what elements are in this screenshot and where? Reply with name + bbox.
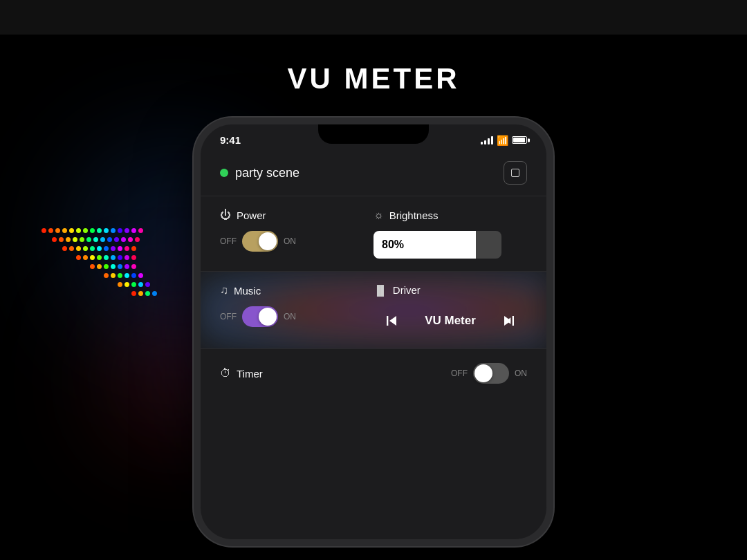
timer-on-label: ON [515, 368, 527, 378]
brightness-label: ☼ Brightness [374, 209, 527, 221]
scene-header: party scene [201, 150, 546, 196]
brightness-half: ☼ Brightness 80% [374, 209, 527, 259]
driver-name: VU Meter [407, 314, 494, 328]
scene-active-dot [220, 169, 228, 177]
music-icon: ♫ [220, 284, 228, 297]
music-driver-section: ♫ Music OFF ON [201, 272, 546, 349]
timer-section: ⏱ Timer OFF ON [201, 349, 546, 398]
driver-next-button[interactable] [494, 306, 524, 336]
timer-toggle-row: OFF ON [451, 363, 527, 384]
top-bar [0, 0, 747, 35]
phone-wrapper: 9:41 📶 party scene [194, 118, 553, 546]
music-toggle[interactable] [242, 306, 278, 327]
music-toggle-row: OFF ON [220, 306, 374, 327]
driver-prev-button[interactable] [376, 306, 407, 336]
power-brightness-section: ⏻ Power OFF ON ☼ Brightness [201, 196, 546, 272]
battery-icon [512, 136, 527, 144]
section-row: ⏻ Power OFF ON ☼ Brightness [220, 209, 527, 259]
scene-info: party scene [220, 166, 299, 180]
driver-controls: VU Meter [374, 306, 527, 336]
timer-left: ⏱ Timer [220, 367, 451, 380]
driver-icon: ▐▌ [374, 285, 387, 296]
brightness-slider[interactable]: 80% [374, 231, 501, 259]
phone-notch [318, 124, 429, 144]
timer-label: Timer [237, 368, 263, 380]
timer-icon: ⏱ [220, 367, 231, 380]
scene-name: party scene [235, 166, 299, 180]
status-icons: 📶 [481, 135, 527, 146]
signal-icon [481, 136, 493, 144]
page-title: VU METER [287, 62, 459, 95]
phone-frame: 9:41 📶 party scene [194, 118, 553, 546]
power-on-label: ON [284, 236, 296, 246]
driver-half: ▐▌ Driver VU Meter [374, 284, 527, 336]
skip-back-icon [382, 311, 401, 330]
power-off-label: OFF [220, 236, 237, 246]
music-driver-row: ♫ Music OFF ON [220, 284, 527, 336]
wifi-icon: 📶 [497, 135, 508, 146]
music-label: ♫ Music [220, 284, 374, 297]
status-time: 9:41 [220, 134, 241, 146]
timer-off-label: OFF [451, 368, 468, 378]
brightness-value: 80% [382, 239, 404, 251]
music-content: ♫ Music OFF ON [220, 284, 527, 336]
power-icon: ⏻ [220, 209, 231, 221]
scene-stop-button[interactable] [504, 161, 527, 185]
power-label: ⏻ Power [220, 209, 374, 221]
music-off-label: OFF [220, 312, 237, 321]
power-toggle[interactable] [242, 231, 278, 252]
brightness-icon: ☼ [374, 209, 384, 221]
power-half: ⏻ Power OFF ON [220, 209, 374, 259]
skip-forward-icon [499, 311, 519, 330]
music-half: ♫ Music OFF ON [220, 284, 374, 336]
music-on-label: ON [284, 312, 296, 321]
timer-toggle[interactable] [473, 363, 509, 384]
power-toggle-row: OFF ON [220, 231, 374, 252]
driver-label: ▐▌ Driver [374, 284, 527, 296]
